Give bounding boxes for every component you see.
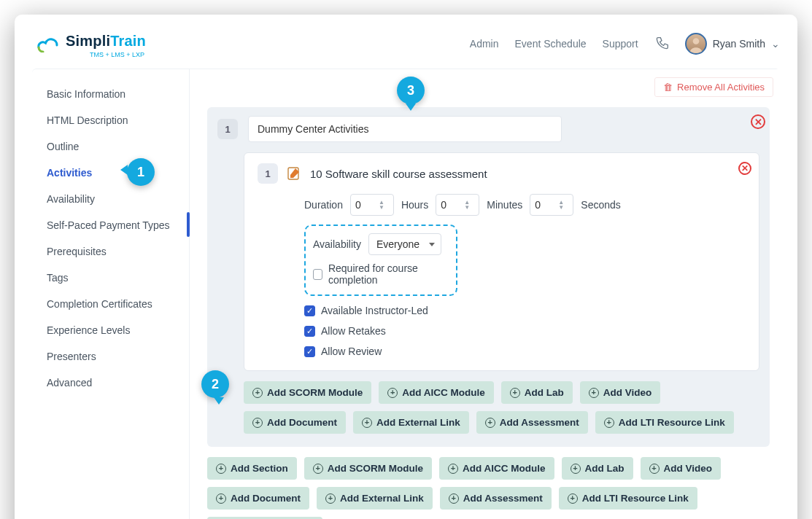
spinner-arrows-icon[interactable]: ▲▼ bbox=[464, 200, 470, 210]
check-label: Allow Retakes bbox=[321, 325, 386, 337]
availability-value: Everyone bbox=[376, 238, 419, 250]
sidebar-item-activities[interactable]: Activities bbox=[32, 160, 189, 186]
sidebar-item-self-paced-payment-types[interactable]: Self-Paced Payment Types bbox=[32, 212, 189, 238]
plus-icon: + bbox=[449, 493, 459, 504]
add-add-video-button[interactable]: +Add Video bbox=[641, 457, 722, 480]
user-name: Ryan Smith bbox=[713, 38, 765, 50]
trash-icon: 🗑 bbox=[663, 82, 673, 93]
spinner-arrows-icon[interactable]: ▲▼ bbox=[379, 200, 384, 210]
add-button-label: Add SCORM Module bbox=[328, 463, 423, 474]
sidebar-item-completion-certificates[interactable]: Completion Certificates bbox=[32, 291, 189, 317]
add-add-aicc-module-button[interactable]: +Add AICC Module bbox=[439, 457, 554, 480]
seconds-label: Seconds bbox=[581, 199, 620, 211]
add-add-assessment-button[interactable]: +Add Assessment bbox=[476, 411, 588, 434]
add-add-external-link-button[interactable]: +Add External Link bbox=[353, 411, 469, 434]
add-add-external-link-button[interactable]: +Add External Link bbox=[317, 487, 433, 510]
add-add-section-button[interactable]: +Add Section bbox=[207, 457, 297, 480]
sidebar-item-html-description[interactable]: HTML Description bbox=[32, 107, 189, 133]
check-instructor-led[interactable]: ✓ Available Instructor-Led bbox=[304, 305, 746, 316]
sidebar-item-availability[interactable]: Availability bbox=[32, 186, 189, 212]
delete-section-button[interactable]: ✕ bbox=[751, 114, 765, 129]
add-add-document-button[interactable]: +Add Document bbox=[207, 487, 309, 510]
add-add-scorm-module-button[interactable]: +Add SCORM Module bbox=[244, 381, 371, 404]
logo-text: SimpliTrain bbox=[66, 33, 146, 50]
plus-icon: + bbox=[510, 388, 520, 398]
add-button-label: Add Video bbox=[664, 463, 713, 474]
body: Basic InformationHTML DescriptionOutline… bbox=[32, 69, 780, 519]
availability-label: Availability bbox=[313, 238, 361, 250]
add-button-label: Add AICC Module bbox=[402, 387, 484, 398]
plus-icon: + bbox=[649, 464, 660, 474]
plus-icon: + bbox=[252, 388, 263, 398]
outer-add-buttons: +Add Section+Add SCORM Module+Add AICC M… bbox=[207, 457, 770, 519]
callout-2: 2 bbox=[201, 370, 229, 398]
sidebar-item-tags[interactable]: Tags bbox=[32, 265, 189, 291]
nav-right: Admin Event Schedule Support Ryan Smith … bbox=[470, 33, 780, 55]
plus-icon: + bbox=[571, 464, 581, 474]
minutes-field[interactable] bbox=[441, 199, 460, 211]
nav-admin[interactable]: Admin bbox=[470, 38, 499, 50]
add-button-label: Add Section bbox=[231, 463, 288, 474]
check-allow-retakes[interactable]: ✓ Allow Retakes bbox=[304, 325, 746, 337]
add-button-label: Add Document bbox=[231, 493, 301, 504]
add-add-lti-resource-link-button[interactable]: +Add LTI Resource Link bbox=[595, 411, 734, 434]
add-button-label: Add Assessment bbox=[500, 417, 579, 428]
add-button-label: Add Document bbox=[267, 417, 337, 428]
cloud-icon bbox=[32, 29, 64, 52]
section-index: 1 bbox=[217, 119, 238, 139]
sidebar-item-advanced[interactable]: Advanced bbox=[32, 370, 189, 396]
add-add-document-button[interactable]: +Add Document bbox=[244, 411, 346, 434]
remove-all-activities-button[interactable]: 🗑 Remove All Activities bbox=[654, 77, 774, 98]
checkbox[interactable]: ✓ bbox=[304, 326, 315, 337]
check-label: Allow Review bbox=[321, 346, 382, 357]
nav-schedule[interactable]: Event Schedule bbox=[515, 38, 587, 50]
sidebar-item-prerequisites[interactable]: Prerequisites bbox=[32, 238, 189, 265]
add-button-label: Add Assessment bbox=[463, 493, 543, 504]
assessment-icon bbox=[287, 166, 301, 181]
seconds-field[interactable] bbox=[535, 199, 554, 211]
sidebar-item-experience-levels[interactable]: Experience Levels bbox=[32, 317, 189, 343]
plus-icon: + bbox=[216, 493, 226, 504]
add-add-lti-resource-link-button[interactable]: +Add LTI Resource Link bbox=[559, 487, 697, 510]
callout-1: 1 bbox=[127, 158, 155, 186]
activity-card: 1 10 Software skill course assessment ✕ … bbox=[244, 152, 759, 371]
sidebar-item-presenters[interactable]: Presenters bbox=[32, 343, 189, 370]
plus-icon: + bbox=[313, 464, 323, 474]
section-title-input[interactable] bbox=[248, 116, 562, 142]
seconds-input[interactable]: ▲▼ bbox=[530, 194, 573, 216]
availability-select[interactable]: Everyone bbox=[368, 233, 441, 255]
add-add-lab-button[interactable]: +Add Lab bbox=[562, 457, 633, 480]
check-required[interactable]: Required for course completion bbox=[313, 262, 447, 286]
add-button-label: Add SCORM Module bbox=[267, 387, 363, 398]
logo-subtitle: TMS + LMS + LXP bbox=[32, 51, 146, 58]
check-allow-review[interactable]: ✓ Allow Review bbox=[304, 346, 746, 357]
plus-icon: + bbox=[604, 418, 614, 428]
app-shell: 1 2 3 SimpliTrain TMS + LMS + LXP Admin … bbox=[15, 15, 797, 519]
add-add-scorm-module-button[interactable]: +Add SCORM Module bbox=[304, 457, 432, 480]
delete-activity-button[interactable]: ✕ bbox=[738, 162, 751, 175]
hours-field[interactable] bbox=[355, 199, 374, 211]
checkbox[interactable]: ✓ bbox=[304, 305, 315, 316]
plus-icon: + bbox=[448, 464, 458, 474]
logo[interactable]: SimpliTrain TMS + LMS + LXP bbox=[32, 29, 146, 58]
minutes-label: Minutes bbox=[487, 199, 522, 211]
minutes-input[interactable]: ▲▼ bbox=[436, 194, 479, 216]
add-add-lab-button[interactable]: +Add Lab bbox=[501, 381, 573, 404]
add-add-aicc-module-button[interactable]: +Add AICC Module bbox=[379, 381, 493, 404]
phone-icon[interactable] bbox=[654, 36, 669, 51]
add-button-label: Add External Link bbox=[340, 493, 424, 504]
sidebar-item-basic-information[interactable]: Basic Information bbox=[32, 81, 189, 107]
add-button-label: Add Lab bbox=[585, 463, 625, 474]
checkbox[interactable] bbox=[313, 269, 322, 280]
nav-support[interactable]: Support bbox=[603, 38, 638, 50]
add-add-video-button[interactable]: +Add Video bbox=[580, 381, 661, 404]
add-add-assessment-button[interactable]: +Add Assessment bbox=[440, 487, 552, 510]
check-label: Required for course completion bbox=[328, 262, 447, 286]
plus-icon: + bbox=[387, 388, 398, 398]
hours-input[interactable]: ▲▼ bbox=[350, 194, 394, 216]
spinner-arrows-icon[interactable]: ▲▼ bbox=[558, 200, 564, 210]
user-menu[interactable]: Ryan Smith ⌄ bbox=[685, 33, 780, 55]
sidebar-item-outline[interactable]: Outline bbox=[32, 133, 189, 160]
checkbox[interactable]: ✓ bbox=[304, 346, 315, 357]
duration-label: Duration bbox=[304, 199, 343, 211]
